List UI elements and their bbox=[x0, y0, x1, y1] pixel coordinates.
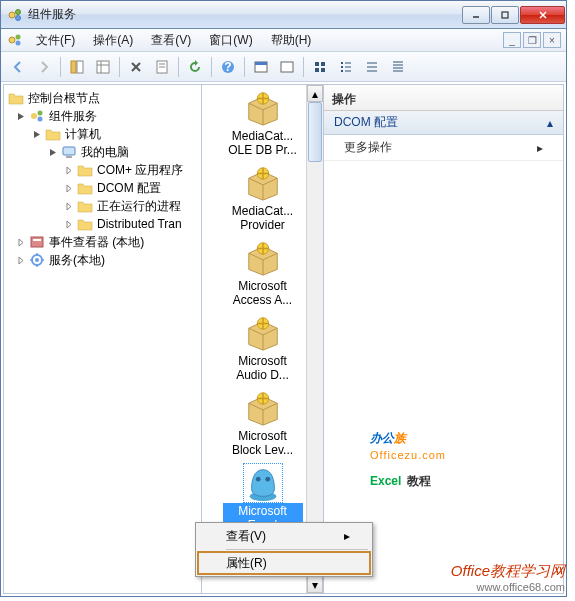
scroll-thumb[interactable] bbox=[308, 102, 322, 162]
tree-pane[interactable]: 控制台根节点 组件服务 计算机 我的电脑 COM+ 应用程序 bbox=[4, 85, 202, 593]
tree-root[interactable]: 控制台根节点 bbox=[6, 89, 199, 107]
svg-rect-44 bbox=[33, 239, 41, 241]
scroll-up-button[interactable]: ▴ bbox=[307, 85, 323, 102]
toolbar-btn-e[interactable] bbox=[360, 55, 384, 79]
dcom-item[interactable]: MediaCat...Provider bbox=[223, 164, 303, 233]
folder-icon bbox=[77, 180, 93, 196]
tree-running-processes[interactable]: 正在运行的进程 bbox=[6, 197, 199, 215]
package-icon bbox=[244, 314, 282, 352]
menu-action[interactable]: 操作(A) bbox=[84, 29, 142, 52]
tree-label: 计算机 bbox=[65, 126, 101, 143]
dcom-item-label: MicrosoftAudio D... bbox=[223, 353, 303, 383]
actions-pane: 操作 DCOM 配置 ▴ 更多操作 ▸ bbox=[324, 85, 563, 593]
tree-label: 正在运行的进程 bbox=[97, 198, 181, 215]
svg-text:?: ? bbox=[224, 60, 231, 74]
tree-label: Distributed Tran bbox=[97, 217, 182, 231]
submenu-arrow-icon: ▸ bbox=[344, 529, 350, 543]
actions-section-label: DCOM 配置 bbox=[334, 114, 398, 131]
actions-more[interactable]: 更多操作 ▸ bbox=[324, 135, 563, 161]
collapse-icon[interactable] bbox=[16, 111, 26, 121]
package-icon bbox=[244, 239, 282, 277]
expand-icon[interactable] bbox=[64, 165, 74, 175]
services-icon bbox=[29, 252, 45, 268]
svg-point-54 bbox=[265, 477, 270, 482]
context-menu-view[interactable]: 查看(V) ▸ bbox=[198, 525, 370, 547]
dcom-item[interactable]: MediaCat...OLE DB Pr... bbox=[223, 89, 303, 158]
toolbar-view1-button[interactable] bbox=[65, 55, 89, 79]
tree-label: 组件服务 bbox=[49, 108, 97, 125]
dcom-item[interactable]: MicrosoftAudio D... bbox=[223, 314, 303, 383]
context-menu-view-label: 查看(V) bbox=[226, 528, 266, 545]
window-title: 组件服务 bbox=[28, 6, 462, 23]
tree-label: 服务(本地) bbox=[49, 252, 105, 269]
svg-point-1 bbox=[16, 9, 21, 14]
svg-rect-22 bbox=[321, 62, 325, 66]
menubar: 文件(F) 操作(A) 查看(V) 窗口(W) 帮助(H) _ ❐ × bbox=[1, 29, 566, 52]
actions-header: 操作 bbox=[324, 85, 563, 111]
dcom-item[interactable]: MicrosoftBlock Lev... bbox=[223, 389, 303, 458]
toolbar-btn-a[interactable] bbox=[249, 55, 273, 79]
tree-event-viewer[interactable]: 事件查看器 (本地) bbox=[6, 233, 199, 251]
delete-button[interactable] bbox=[124, 55, 148, 79]
dcom-item-label: MicrosoftAccess A... bbox=[223, 278, 303, 308]
toolbar-btn-d[interactable] bbox=[334, 55, 358, 79]
collapse-icon[interactable] bbox=[48, 147, 58, 157]
properties-button[interactable] bbox=[150, 55, 174, 79]
menu-file[interactable]: 文件(F) bbox=[27, 29, 84, 52]
package-icon bbox=[244, 89, 282, 127]
component-services-icon bbox=[29, 108, 45, 124]
forward-button[interactable] bbox=[32, 55, 56, 79]
tree-computers[interactable]: 计算机 bbox=[6, 125, 199, 143]
tree-dcom-config[interactable]: DCOM 配置 bbox=[6, 179, 199, 197]
folder-icon bbox=[77, 162, 93, 178]
refresh-button[interactable] bbox=[183, 55, 207, 79]
expand-icon[interactable] bbox=[64, 201, 74, 211]
menu-help[interactable]: 帮助(H) bbox=[262, 29, 321, 52]
tree-distributed-transaction[interactable]: Distributed Tran bbox=[6, 215, 199, 233]
svg-rect-20 bbox=[281, 62, 293, 72]
minimize-button[interactable] bbox=[462, 6, 490, 24]
computer-icon bbox=[61, 144, 77, 160]
expand-icon[interactable] bbox=[16, 237, 26, 247]
chevron-right-icon: ▸ bbox=[537, 141, 543, 155]
expand-icon[interactable] bbox=[64, 183, 74, 193]
expand-icon[interactable] bbox=[64, 219, 74, 229]
toolbar-btn-c[interactable] bbox=[308, 55, 332, 79]
list-pane[interactable]: MediaCat...OLE DB Pr...MediaCat...Provid… bbox=[202, 85, 324, 593]
mdi-restore-button[interactable]: ❐ bbox=[523, 32, 541, 48]
tree-component-services[interactable]: 组件服务 bbox=[6, 107, 199, 125]
svg-rect-25 bbox=[341, 62, 343, 64]
svg-rect-23 bbox=[315, 68, 319, 72]
toolbar-btn-f[interactable] bbox=[386, 55, 410, 79]
maximize-button[interactable] bbox=[491, 6, 519, 24]
mdi-close-button[interactable]: × bbox=[543, 32, 561, 48]
context-menu-properties[interactable]: 属性(R) bbox=[198, 552, 370, 574]
menu-window[interactable]: 窗口(W) bbox=[200, 29, 261, 52]
collapse-icon[interactable] bbox=[32, 129, 42, 139]
tree-com-apps[interactable]: COM+ 应用程序 bbox=[6, 161, 199, 179]
svg-point-0 bbox=[9, 12, 15, 18]
scrollbar[interactable]: ▴ ▾ bbox=[306, 85, 323, 593]
svg-rect-27 bbox=[341, 66, 343, 68]
help-button[interactable]: ? bbox=[216, 55, 240, 79]
menu-view[interactable]: 查看(V) bbox=[142, 29, 200, 52]
close-button[interactable] bbox=[520, 6, 565, 24]
context-menu-properties-label: 属性(R) bbox=[226, 555, 267, 572]
scroll-down-button[interactable]: ▾ bbox=[307, 576, 323, 593]
folder-icon bbox=[8, 90, 24, 106]
tree-services[interactable]: 服务(本地) bbox=[6, 251, 199, 269]
app-icon bbox=[7, 7, 23, 23]
svg-point-38 bbox=[31, 113, 37, 119]
dcom-item[interactable]: MicrosoftAccess A... bbox=[223, 239, 303, 308]
expand-icon[interactable] bbox=[16, 255, 26, 265]
toolbar-btn-b[interactable] bbox=[275, 55, 299, 79]
mdi-minimize-button[interactable]: _ bbox=[503, 32, 521, 48]
tree-my-computer[interactable]: 我的电脑 bbox=[6, 143, 199, 161]
svg-rect-9 bbox=[77, 61, 83, 73]
svg-rect-24 bbox=[321, 68, 325, 72]
toolbar-view2-button[interactable] bbox=[91, 55, 115, 79]
tree-label: COM+ 应用程序 bbox=[97, 162, 183, 179]
actions-section[interactable]: DCOM 配置 ▴ bbox=[324, 111, 563, 135]
dcom-item-label: MediaCat...Provider bbox=[223, 203, 303, 233]
back-button[interactable] bbox=[6, 55, 30, 79]
